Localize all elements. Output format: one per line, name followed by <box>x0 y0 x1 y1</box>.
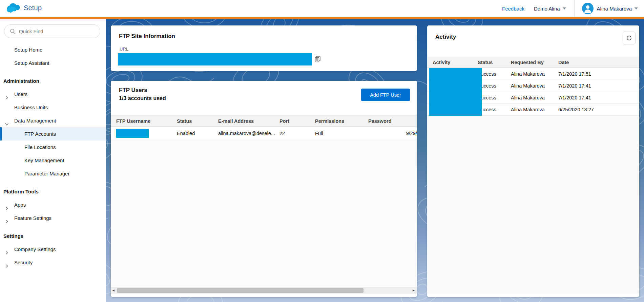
cell-status: Success <box>478 83 511 89</box>
sidebar-item-label: Setup Assistant <box>14 56 49 70</box>
sidebar-item-data-management[interactable]: Data Management <box>0 114 106 127</box>
cell-e-mail-address: alina.makarova@desele... <box>218 131 279 136</box>
horizontal-scrollbar[interactable]: ◄ ► <box>111 287 417 294</box>
main-content: FTP Site Information URL FTP Users 1/3 a… <box>106 19 644 302</box>
refresh-button[interactable] <box>623 32 636 44</box>
sidebar-item-file-locations[interactable]: File Locations <box>0 140 106 154</box>
cell-permissions: Full <box>315 131 368 136</box>
column-header-password: Password <box>368 118 417 124</box>
accent-bar <box>0 17 644 19</box>
top-header: Setup Feedback Demo Alina Alina Makarova <box>0 0 644 17</box>
accounts-used-counter: 1/3 accounts used <box>119 95 166 101</box>
scroll-left-icon[interactable]: ◄ <box>111 287 116 294</box>
sidebar-item-label: Key Management <box>24 154 64 167</box>
cell-date: 6/25/2020 13:27 <box>558 107 639 112</box>
ftp-username-redacted <box>116 129 177 138</box>
user-menu-label: Alina Makarova <box>597 6 632 12</box>
cell-status: Success <box>478 95 511 100</box>
feedback-link[interactable]: Feedback <box>502 6 524 12</box>
search-icon <box>10 29 16 34</box>
nav-section-settings: Settings <box>0 229 106 243</box>
quick-find-box[interactable] <box>4 24 100 38</box>
activity-card-body <box>427 116 639 294</box>
ftp-user-row[interactable]: Enabledalina.makarova@desele...22Full9/2… <box>111 127 417 140</box>
caret-down-icon <box>635 7 638 10</box>
ftp-users-card: FTP Users 1/3 accounts used Add FTP User… <box>111 81 417 297</box>
sidebar-item-label: File Locations <box>24 140 56 154</box>
sidebar-item-business-units[interactable]: Business Units <box>0 101 106 114</box>
user-menu[interactable]: Alina Makarova <box>582 3 638 14</box>
sidebar-item-label: Data Management <box>14 114 56 127</box>
activity-column-redacted <box>429 68 482 116</box>
cell-date: 7/1/2020 17:51 <box>558 71 639 77</box>
url-value-redacted <box>118 53 312 65</box>
setup-nav: Setup HomeSetup AssistantAdministrationU… <box>0 38 106 269</box>
sidebar-item-apps[interactable]: Apps <box>0 198 106 211</box>
sidebar-item-label: Apps <box>14 198 26 211</box>
ftp-users-table-header: FTP UsernameStatusE-mail AddressPortPerm… <box>111 115 417 127</box>
cell-status: Enabled <box>177 131 218 136</box>
chevron-right-icon <box>4 215 9 229</box>
sidebar-item-label: FTP Accounts <box>24 127 56 140</box>
caret-down-icon <box>563 7 566 10</box>
sidebar-item-key-management[interactable]: Key Management <box>0 154 106 167</box>
sidebar-item-users[interactable]: Users <box>0 88 106 101</box>
sidebar-item-label: Business Units <box>14 101 48 114</box>
header-divider <box>574 0 575 17</box>
sidebar-item-security[interactable]: Security <box>0 256 106 269</box>
sidebar-item-company-settings[interactable]: Company Settings <box>0 243 106 256</box>
avatar <box>582 3 594 14</box>
sidebar-item-label: Setup Home <box>14 43 42 56</box>
activity-card-footer <box>427 294 639 297</box>
cell-password: 9/29/ <box>368 131 417 136</box>
nav-section-administration: Administration <box>0 74 106 88</box>
salesforce-cloud-logo-icon <box>5 2 21 14</box>
url-field-label: URL <box>120 46 128 52</box>
sidebar-item-feature-settings[interactable]: Feature Settings <box>0 211 106 225</box>
nav-section-platform-tools: Platform Tools <box>0 185 106 198</box>
column-header-requested-by: Requested By <box>511 60 558 65</box>
setup-sidebar: Setup HomeSetup AssistantAdministrationU… <box>0 19 106 302</box>
cell-requested-by: Alina Makarova <box>511 107 558 112</box>
column-header-permissions: Permissions <box>315 118 368 124</box>
scrollbar-thumb[interactable] <box>117 288 363 293</box>
column-header-e-mail-address: E-mail Address <box>218 118 279 124</box>
column-header-activity: Activity <box>433 60 478 65</box>
copy-icon[interactable] <box>314 55 321 63</box>
activity-table-header: ActivityStatusRequested ByDate <box>427 57 639 68</box>
cell-status: Success <box>478 107 511 112</box>
cell-date: 7/1/2020 17:41 <box>558 95 639 100</box>
activity-card: Activity ActivityStatusRequested ByDate … <box>427 25 639 297</box>
ftp-users-card-body <box>111 140 417 287</box>
org-menu[interactable]: Demo Alina <box>534 6 566 12</box>
sidebar-item-parameter-manager[interactable]: Parameter Manager <box>0 167 106 180</box>
ftp-site-information-card: FTP Site Information URL <box>111 25 417 71</box>
activity-card-title: Activity <box>435 34 456 40</box>
ftp-users-table-body: Enabledalina.makarova@desele...22Full9/2… <box>111 127 417 140</box>
quick-find-input[interactable] <box>19 29 90 34</box>
cell-status: Success <box>478 71 511 77</box>
sidebar-item-label: Parameter Manager <box>24 167 69 180</box>
column-header-status: Status <box>478 60 511 65</box>
column-header-ftp-username: FTP Username <box>116 118 177 124</box>
cell-requested-by: Alina Makarova <box>511 71 558 77</box>
sidebar-item-setup-home[interactable]: Setup Home <box>0 43 106 56</box>
sidebar-item-label: Users <box>14 88 27 101</box>
sidebar-item-setup-assistant[interactable]: Setup Assistant <box>0 56 106 70</box>
sidebar-item-label: Security <box>14 256 33 269</box>
page-title: Setup <box>24 4 42 12</box>
scroll-right-icon[interactable]: ► <box>411 287 416 294</box>
column-header-port: Port <box>279 118 315 124</box>
column-header-date: Date <box>558 60 639 65</box>
cell-requested-by: Alina Makarova <box>511 95 558 100</box>
column-header-status: Status <box>177 118 218 124</box>
sidebar-item-ftp-accounts[interactable]: FTP Accounts <box>0 127 106 140</box>
add-ftp-user-button[interactable]: Add FTP User <box>361 89 410 101</box>
chevron-right-icon <box>4 260 9 273</box>
cell-requested-by: Alina Makarova <box>511 83 558 89</box>
org-menu-label: Demo Alina <box>534 6 560 12</box>
cell-date: 7/1/2020 17:41 <box>558 83 639 89</box>
ftp-users-card-footer <box>111 294 417 297</box>
sidebar-item-label: Feature Settings <box>14 211 51 225</box>
ftp-site-card-title: FTP Site Information <box>119 33 175 40</box>
